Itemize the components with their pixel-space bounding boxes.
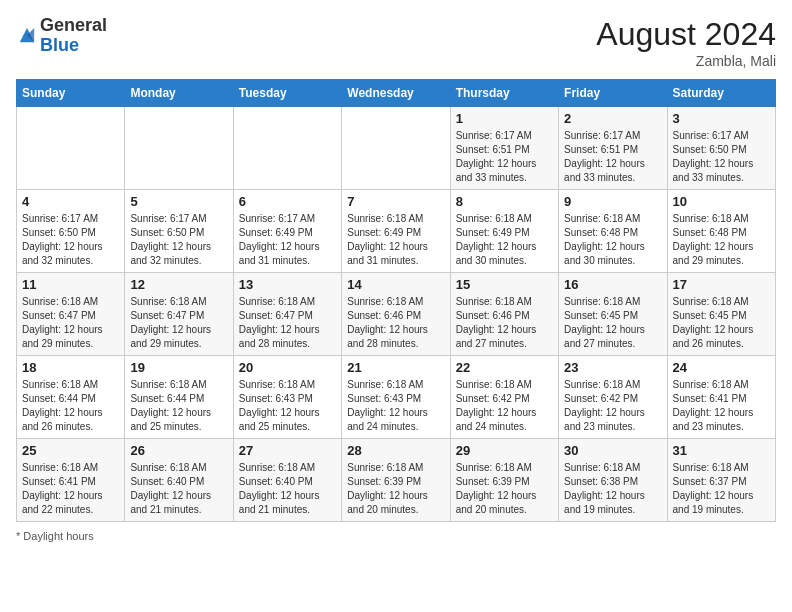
calendar-cell: 7Sunrise: 6:18 AMSunset: 6:49 PMDaylight…: [342, 190, 450, 273]
calendar-cell: 18Sunrise: 6:18 AMSunset: 6:44 PMDayligh…: [17, 356, 125, 439]
week-row-1: 4Sunrise: 6:17 AMSunset: 6:50 PMDaylight…: [17, 190, 776, 273]
calendar-cell: [17, 107, 125, 190]
subtitle: Zambla, Mali: [596, 53, 776, 69]
cell-info-text: Sunrise: 6:18 AMSunset: 6:46 PMDaylight:…: [347, 295, 444, 351]
calendar-cell: 15Sunrise: 6:18 AMSunset: 6:46 PMDayligh…: [450, 273, 558, 356]
calendar-cell: 1Sunrise: 6:17 AMSunset: 6:51 PMDaylight…: [450, 107, 558, 190]
cell-info-text: Sunrise: 6:18 AMSunset: 6:44 PMDaylight:…: [130, 378, 227, 434]
cell-day-number: 25: [22, 443, 119, 458]
cell-day-number: 5: [130, 194, 227, 209]
cell-day-number: 26: [130, 443, 227, 458]
calendar-cell: 6Sunrise: 6:17 AMSunset: 6:49 PMDaylight…: [233, 190, 341, 273]
cell-info-text: Sunrise: 6:18 AMSunset: 6:49 PMDaylight:…: [456, 212, 553, 268]
day-header-saturday: Saturday: [667, 80, 775, 107]
calendar-cell: 19Sunrise: 6:18 AMSunset: 6:44 PMDayligh…: [125, 356, 233, 439]
calendar-cell: 25Sunrise: 6:18 AMSunset: 6:41 PMDayligh…: [17, 439, 125, 522]
cell-info-text: Sunrise: 6:18 AMSunset: 6:47 PMDaylight:…: [239, 295, 336, 351]
cell-info-text: Sunrise: 6:17 AMSunset: 6:50 PMDaylight:…: [22, 212, 119, 268]
cell-info-text: Sunrise: 6:18 AMSunset: 6:48 PMDaylight:…: [564, 212, 661, 268]
cell-day-number: 11: [22, 277, 119, 292]
day-header-monday: Monday: [125, 80, 233, 107]
cell-info-text: Sunrise: 6:17 AMSunset: 6:50 PMDaylight:…: [673, 129, 770, 185]
cell-day-number: 4: [22, 194, 119, 209]
cell-day-number: 16: [564, 277, 661, 292]
cell-day-number: 7: [347, 194, 444, 209]
cell-day-number: 18: [22, 360, 119, 375]
calendar-cell: [342, 107, 450, 190]
calendar-cell: 28Sunrise: 6:18 AMSunset: 6:39 PMDayligh…: [342, 439, 450, 522]
cell-day-number: 9: [564, 194, 661, 209]
calendar-cell: 3Sunrise: 6:17 AMSunset: 6:50 PMDaylight…: [667, 107, 775, 190]
calendar-cell: 21Sunrise: 6:18 AMSunset: 6:43 PMDayligh…: [342, 356, 450, 439]
cell-day-number: 21: [347, 360, 444, 375]
cell-info-text: Sunrise: 6:18 AMSunset: 6:42 PMDaylight:…: [456, 378, 553, 434]
cell-info-text: Sunrise: 6:18 AMSunset: 6:40 PMDaylight:…: [130, 461, 227, 517]
cell-info-text: Sunrise: 6:18 AMSunset: 6:47 PMDaylight:…: [130, 295, 227, 351]
cell-day-number: 28: [347, 443, 444, 458]
week-row-3: 18Sunrise: 6:18 AMSunset: 6:44 PMDayligh…: [17, 356, 776, 439]
cell-info-text: Sunrise: 6:18 AMSunset: 6:39 PMDaylight:…: [347, 461, 444, 517]
cell-info-text: Sunrise: 6:18 AMSunset: 6:45 PMDaylight:…: [673, 295, 770, 351]
cell-day-number: 2: [564, 111, 661, 126]
cell-day-number: 22: [456, 360, 553, 375]
calendar-cell: [125, 107, 233, 190]
calendar-cell: 2Sunrise: 6:17 AMSunset: 6:51 PMDaylight…: [559, 107, 667, 190]
header: General Blue August 2024 Zambla, Mali: [16, 16, 776, 69]
calendar-cell: 22Sunrise: 6:18 AMSunset: 6:42 PMDayligh…: [450, 356, 558, 439]
calendar-cell: 10Sunrise: 6:18 AMSunset: 6:48 PMDayligh…: [667, 190, 775, 273]
cell-info-text: Sunrise: 6:18 AMSunset: 6:44 PMDaylight:…: [22, 378, 119, 434]
cell-info-text: Sunrise: 6:18 AMSunset: 6:43 PMDaylight:…: [239, 378, 336, 434]
logo-icon: [18, 26, 36, 46]
calendar-cell: 27Sunrise: 6:18 AMSunset: 6:40 PMDayligh…: [233, 439, 341, 522]
logo-general-text: General: [40, 16, 107, 36]
calendar-cell: 12Sunrise: 6:18 AMSunset: 6:47 PMDayligh…: [125, 273, 233, 356]
week-row-2: 11Sunrise: 6:18 AMSunset: 6:47 PMDayligh…: [17, 273, 776, 356]
day-header-wednesday: Wednesday: [342, 80, 450, 107]
calendar-body: 1Sunrise: 6:17 AMSunset: 6:51 PMDaylight…: [17, 107, 776, 522]
calendar-cell: 4Sunrise: 6:17 AMSunset: 6:50 PMDaylight…: [17, 190, 125, 273]
cell-day-number: 29: [456, 443, 553, 458]
daylight-label: Daylight hours: [23, 530, 93, 542]
cell-day-number: 15: [456, 277, 553, 292]
calendar-cell: 14Sunrise: 6:18 AMSunset: 6:46 PMDayligh…: [342, 273, 450, 356]
calendar-cell: 16Sunrise: 6:18 AMSunset: 6:45 PMDayligh…: [559, 273, 667, 356]
logo-blue-text: Blue: [40, 36, 107, 56]
calendar-header-row: SundayMondayTuesdayWednesdayThursdayFrid…: [17, 80, 776, 107]
cell-day-number: 24: [673, 360, 770, 375]
calendar-cell: 5Sunrise: 6:17 AMSunset: 6:50 PMDaylight…: [125, 190, 233, 273]
cell-day-number: 1: [456, 111, 553, 126]
cell-day-number: 23: [564, 360, 661, 375]
day-header-sunday: Sunday: [17, 80, 125, 107]
calendar-cell: 30Sunrise: 6:18 AMSunset: 6:38 PMDayligh…: [559, 439, 667, 522]
footer-note: * Daylight hours: [16, 530, 776, 542]
cell-day-number: 8: [456, 194, 553, 209]
cell-day-number: 27: [239, 443, 336, 458]
cell-info-text: Sunrise: 6:17 AMSunset: 6:49 PMDaylight:…: [239, 212, 336, 268]
title-area: August 2024 Zambla, Mali: [596, 16, 776, 69]
day-header-friday: Friday: [559, 80, 667, 107]
cell-day-number: 6: [239, 194, 336, 209]
calendar-cell: 20Sunrise: 6:18 AMSunset: 6:43 PMDayligh…: [233, 356, 341, 439]
calendar-cell: 11Sunrise: 6:18 AMSunset: 6:47 PMDayligh…: [17, 273, 125, 356]
logo: General Blue: [16, 16, 107, 56]
cell-info-text: Sunrise: 6:18 AMSunset: 6:39 PMDaylight:…: [456, 461, 553, 517]
cell-info-text: Sunrise: 6:18 AMSunset: 6:40 PMDaylight:…: [239, 461, 336, 517]
cell-info-text: Sunrise: 6:18 AMSunset: 6:45 PMDaylight:…: [564, 295, 661, 351]
cell-info-text: Sunrise: 6:18 AMSunset: 6:37 PMDaylight:…: [673, 461, 770, 517]
cell-day-number: 12: [130, 277, 227, 292]
cell-info-text: Sunrise: 6:18 AMSunset: 6:41 PMDaylight:…: [22, 461, 119, 517]
calendar-cell: 24Sunrise: 6:18 AMSunset: 6:41 PMDayligh…: [667, 356, 775, 439]
cell-day-number: 17: [673, 277, 770, 292]
calendar-cell: 29Sunrise: 6:18 AMSunset: 6:39 PMDayligh…: [450, 439, 558, 522]
cell-info-text: Sunrise: 6:18 AMSunset: 6:48 PMDaylight:…: [673, 212, 770, 268]
calendar-cell: [233, 107, 341, 190]
cell-info-text: Sunrise: 6:17 AMSunset: 6:51 PMDaylight:…: [456, 129, 553, 185]
cell-info-text: Sunrise: 6:18 AMSunset: 6:46 PMDaylight:…: [456, 295, 553, 351]
cell-day-number: 10: [673, 194, 770, 209]
calendar-cell: 9Sunrise: 6:18 AMSunset: 6:48 PMDaylight…: [559, 190, 667, 273]
calendar-cell: 23Sunrise: 6:18 AMSunset: 6:42 PMDayligh…: [559, 356, 667, 439]
cell-info-text: Sunrise: 6:18 AMSunset: 6:41 PMDaylight:…: [673, 378, 770, 434]
cell-day-number: 31: [673, 443, 770, 458]
week-row-4: 25Sunrise: 6:18 AMSunset: 6:41 PMDayligh…: [17, 439, 776, 522]
calendar-cell: 8Sunrise: 6:18 AMSunset: 6:49 PMDaylight…: [450, 190, 558, 273]
